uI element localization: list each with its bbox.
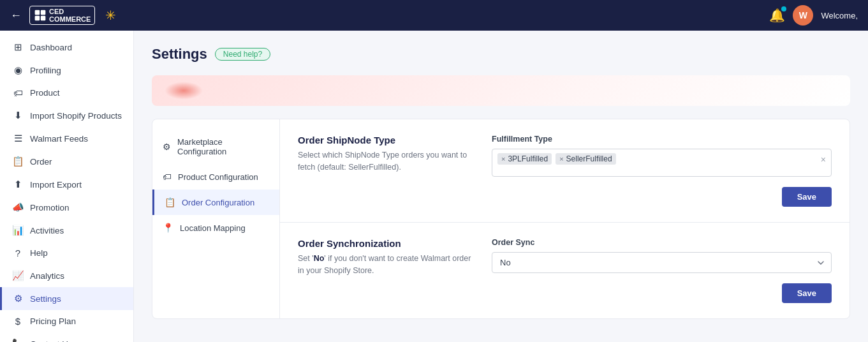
sidebar-item-settings[interactable]: ⚙ Settings bbox=[0, 287, 133, 310]
notification-icon[interactable]: 🔔 bbox=[769, 8, 785, 23]
sidebar-item-dashboard[interactable]: ⊞ Dashboard bbox=[0, 36, 133, 59]
settings-card: ⚙ Marketplace Configuration 🏷 Product Co… bbox=[152, 119, 850, 319]
order-sync-no-bold: No bbox=[314, 254, 325, 263]
tag-3plfulfilled-remove[interactable]: × bbox=[501, 155, 505, 163]
settings-navigation: ⚙ Marketplace Configuration 🏷 Product Co… bbox=[152, 119, 280, 318]
fulfillment-type-input[interactable]: × 3PLFulfilled × SellerFulfilled × bbox=[492, 149, 832, 177]
settings-nav-label-marketplace: Marketplace Configuration bbox=[177, 137, 269, 156]
order-config-icon: 📋 bbox=[165, 197, 175, 207]
order-sync-section: Order Synchronization Set 'No' if you do… bbox=[280, 223, 850, 318]
banner-blob bbox=[165, 82, 203, 100]
tag-sellerfulfilled-remove[interactable]: × bbox=[559, 155, 563, 163]
sidebar-label-settings: Settings bbox=[30, 294, 61, 304]
logo: CED COMMERCE bbox=[29, 6, 95, 25]
order-sync-label: Order Sync bbox=[492, 238, 832, 247]
sidebar-label-dashboard: Dashboard bbox=[30, 43, 72, 52]
sidebar-label-promotion: Promotion bbox=[30, 203, 70, 212]
sidebar-item-order[interactable]: 📋 Order bbox=[0, 150, 133, 173]
shipnode-inner: Order ShipNode Type Select which ShipNod… bbox=[298, 135, 832, 207]
sidebar-item-analytics[interactable]: 📈 Analytics bbox=[0, 264, 133, 287]
shipnode-title: Order ShipNode Type bbox=[298, 135, 476, 145]
product-icon: 🏷 bbox=[12, 87, 24, 98]
sidebar-item-help[interactable]: ? Help bbox=[0, 242, 133, 264]
fulfillment-type-label: Fulfillment Type bbox=[492, 135, 832, 144]
shipnode-desc-text: Select which ShipNode Type orders you wa… bbox=[298, 149, 476, 174]
sidebar-label-profiling: Profiling bbox=[30, 66, 61, 75]
svg-rect-3 bbox=[41, 16, 46, 21]
sidebar-label-contact-us: Contact Us bbox=[30, 339, 73, 343]
settings-nav-product-config[interactable]: 🏷 Product Configuration bbox=[152, 164, 279, 190]
settings-nav-label-location: Location Mapping bbox=[180, 223, 246, 233]
sidebar-item-profiling[interactable]: ◉ Profiling bbox=[0, 59, 133, 82]
settings-icon: ⚙ bbox=[12, 293, 24, 304]
promotion-icon: 📣 bbox=[12, 202, 24, 213]
sidebar-item-activities[interactable]: 📊 Activities bbox=[0, 219, 133, 242]
contact-us-icon: 📞 bbox=[12, 338, 24, 342]
sidebar: ⊞ Dashboard ◉ Profiling 🏷 Product ⬇ Impo… bbox=[0, 31, 134, 342]
page-title: Settings bbox=[152, 46, 207, 63]
sidebar-label-activities: Activities bbox=[30, 226, 64, 235]
activities-icon: 📊 bbox=[12, 225, 24, 236]
analytics-icon: 📈 bbox=[12, 270, 24, 281]
nav-left: ← CED COMMERCE ✳ bbox=[10, 6, 116, 25]
cedcommerce-icon bbox=[34, 9, 47, 22]
logo-text: CED COMMERCE bbox=[49, 8, 91, 23]
settings-nav-marketplace[interactable]: ⚙ Marketplace Configuration bbox=[152, 130, 279, 164]
product-config-icon: 🏷 bbox=[163, 172, 172, 182]
sidebar-label-pricing-plan: Pricing Plan bbox=[30, 316, 76, 326]
profiling-icon: ◉ bbox=[12, 64, 24, 76]
content-area: Settings Need help? ⚙ Marketplace Config… bbox=[134, 31, 868, 342]
promo-banner bbox=[152, 75, 850, 106]
sidebar-item-import-shopify[interactable]: ⬇ Import Shopify Products bbox=[0, 104, 133, 127]
walmart-spark-icon: ✳ bbox=[105, 8, 116, 23]
sidebar-label-product: Product bbox=[30, 88, 60, 98]
welcome-text: Welcome, bbox=[821, 11, 858, 20]
notification-dot bbox=[781, 6, 786, 11]
page-header: Settings Need help? bbox=[152, 46, 850, 63]
sidebar-item-import-export[interactable]: ⬆ Import Export bbox=[0, 173, 133, 196]
pricing-plan-icon: $ bbox=[12, 316, 24, 327]
clear-all-tags-button[interactable]: × bbox=[821, 154, 826, 165]
svg-rect-0 bbox=[35, 10, 40, 15]
main-layout: ⊞ Dashboard ◉ Profiling 🏷 Product ⬇ Impo… bbox=[0, 31, 868, 342]
tag-sellerfulfilled-label: SellerFulfilled bbox=[566, 154, 612, 163]
settings-nav-label-product-config: Product Configuration bbox=[178, 172, 258, 182]
shipnode-save-button[interactable]: Save bbox=[782, 187, 832, 207]
tag-sellerfulfilled: × SellerFulfilled bbox=[555, 153, 615, 165]
sidebar-item-product[interactable]: 🏷 Product bbox=[0, 82, 133, 104]
sidebar-item-promotion[interactable]: 📣 Promotion bbox=[0, 196, 133, 219]
settings-sections: Order ShipNode Type Select which ShipNod… bbox=[280, 119, 850, 318]
order-icon: 📋 bbox=[12, 156, 24, 167]
sidebar-label-import-export: Import Export bbox=[30, 180, 82, 190]
marketplace-config-icon: ⚙ bbox=[163, 142, 171, 152]
order-sync-save-button[interactable]: Save bbox=[782, 283, 832, 303]
walmart-feeds-icon: ☰ bbox=[12, 133, 24, 144]
settings-nav-label-order-config: Order Configuration bbox=[182, 198, 254, 207]
back-button[interactable]: ← bbox=[10, 9, 22, 22]
sidebar-item-walmart-feeds[interactable]: ☰ Walmart Feeds bbox=[0, 127, 133, 150]
tag-3plfulfilled-label: 3PLFulfilled bbox=[508, 154, 548, 163]
top-navigation: ← CED COMMERCE ✳ 🔔 W Welcome, bbox=[0, 0, 868, 31]
order-sync-title: Order Synchronization bbox=[298, 238, 476, 249]
order-sync-description: Order Synchronization Set 'No' if you do… bbox=[298, 238, 476, 303]
order-sync-select[interactable]: No Yes bbox=[492, 252, 832, 273]
sidebar-label-walmart-feeds: Walmart Feeds bbox=[30, 134, 88, 144]
sidebar-label-help: Help bbox=[30, 248, 48, 258]
settings-nav-order-config[interactable]: 📋 Order Configuration bbox=[152, 190, 279, 215]
order-sync-right: Order Sync No Yes Save bbox=[492, 238, 832, 303]
help-badge[interactable]: Need help? bbox=[215, 48, 270, 61]
sidebar-label-order: Order bbox=[30, 157, 52, 167]
order-sync-desc-text: Set 'No' if you don't want to create Wal… bbox=[298, 253, 476, 277]
shipnode-right: Fulfillment Type × 3PLFulfilled × Seller… bbox=[492, 135, 832, 207]
help-icon: ? bbox=[12, 248, 24, 258]
settings-nav-location[interactable]: 📍 Location Mapping bbox=[152, 215, 279, 241]
nav-right: 🔔 W Welcome, bbox=[769, 5, 858, 26]
import-export-icon: ⬆ bbox=[12, 179, 24, 190]
sidebar-item-contact-us[interactable]: 📞 Contact Us bbox=[0, 332, 133, 342]
dashboard-icon: ⊞ bbox=[12, 41, 24, 53]
sidebar-item-pricing-plan[interactable]: $ Pricing Plan bbox=[0, 310, 133, 332]
order-sync-inner: Order Synchronization Set 'No' if you do… bbox=[298, 238, 832, 303]
svg-rect-2 bbox=[35, 16, 40, 21]
svg-rect-1 bbox=[41, 10, 46, 15]
tag-3plfulfilled: × 3PLFulfilled bbox=[497, 153, 552, 165]
